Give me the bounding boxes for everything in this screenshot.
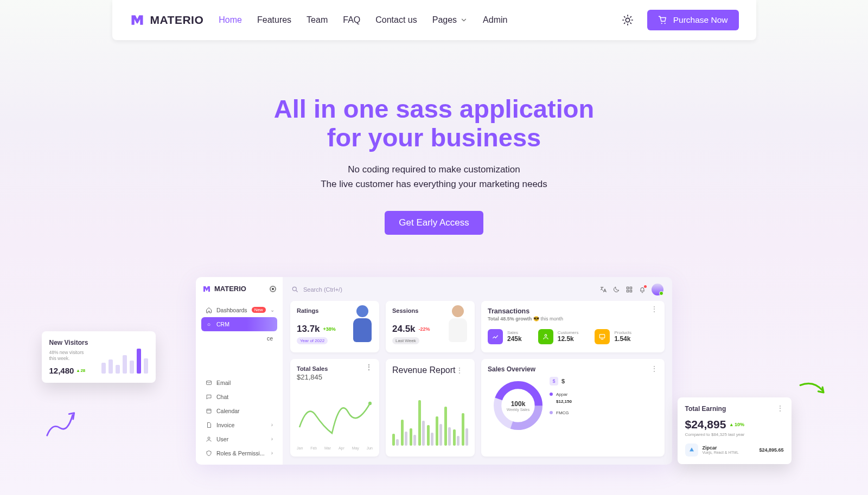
visitors-value: 12,480 [49, 366, 74, 375]
svg-point-14 [208, 437, 210, 439]
stat-customers-value: 12.5k [558, 335, 579, 343]
sidebar-email-label: Email [216, 380, 231, 386]
sessions-value: 24.5k [392, 324, 416, 335]
theme-toggle[interactable] [618, 10, 637, 30]
nav-links: Home Features Team FAQ Contact us Pages … [219, 15, 507, 25]
nav-admin[interactable]: Admin [483, 15, 507, 25]
nav-team[interactable]: Team [307, 15, 328, 25]
monitor-icon [595, 329, 610, 344]
chevron-down-icon: ⌄ [270, 307, 275, 313]
shield-icon [206, 450, 212, 457]
svg-point-24 [368, 402, 372, 406]
nav-faq[interactable]: FAQ [343, 15, 360, 25]
sidebar-ecommerce-label: ce [267, 335, 273, 342]
nav-features[interactable]: Features [257, 15, 291, 25]
language-icon[interactable] [599, 286, 607, 293]
sidebar-email[interactable]: Email [201, 376, 277, 390]
float-new-visitors: New Visitors 48% new visitorsthis week. … [42, 331, 156, 383]
svg-rect-11 [207, 381, 212, 384]
grid-icon[interactable] [626, 286, 633, 293]
bell-icon[interactable] [639, 286, 646, 293]
moon-icon[interactable] [612, 286, 620, 293]
transactions-sub3: this month [540, 316, 563, 322]
nav-pages-label: Pages [432, 15, 457, 25]
dashboard-preview: MATERIO Dashboards New ⌄ ○ C [112, 277, 756, 465]
card-revenue-report: Revenue Report⋮ [386, 359, 475, 457]
sidebar-calendar[interactable]: Calendar [201, 404, 277, 418]
ratings-value: 13.7k [297, 324, 320, 335]
menu-dots-icon[interactable]: ⋮ [456, 366, 463, 375]
sidebar-crm[interactable]: ○ CRM [201, 317, 277, 331]
menu-dots-icon[interactable]: ⋮ [776, 407, 784, 410]
user-icon [538, 329, 553, 344]
chat-icon [206, 394, 212, 400]
hero-sub-2: The live customer has everything your ma… [112, 177, 756, 191]
dot-icon: ○ [206, 321, 212, 327]
card-transactions: Transactions Total 48.5% growth 😎 this m… [481, 301, 665, 352]
user-icon [206, 436, 212, 442]
brand-logo[interactable]: MATERIO [130, 12, 204, 28]
svg-rect-18 [630, 287, 632, 289]
totalsales-value: $21,845 [297, 373, 373, 381]
earning-item-value: $24,895.65 [759, 447, 783, 453]
avatar-illustration [444, 305, 471, 350]
float-total-earning: Total Earning⋮ $24,895▴ 10% Compared to … [678, 397, 792, 464]
earning-sub: Compared to $84,325 last year [685, 432, 784, 437]
dollar-icon: $ [550, 377, 558, 385]
collapse-toggle-icon[interactable] [270, 286, 276, 292]
stat-sales-label: Sales [507, 330, 522, 335]
chevron-down-icon [460, 16, 468, 24]
hero-title-1: All in one sass application [274, 94, 594, 123]
earning-title: Total Earning [685, 405, 726, 413]
calendar-icon [206, 408, 212, 414]
sessions-change: -22% [419, 326, 430, 332]
arrow-doodle-icon [797, 380, 829, 401]
sidebar-ecommerce[interactable]: ce [201, 331, 277, 345]
avatar[interactable] [652, 284, 663, 295]
hero-title-2: for your business [327, 123, 541, 152]
card-sales-overview: Sales Overview⋮ 100kWeekly Sales $$ Appa… [481, 359, 665, 457]
ratings-change: +38% [323, 326, 336, 332]
totalsales-title: Total Sales [297, 365, 328, 372]
sidebar-roles[interactable]: Roles & Permissi... › [201, 446, 277, 460]
arrow-doodle-icon [44, 410, 80, 438]
sidebar-user-label: User [216, 436, 228, 442]
salesoverview-title: Sales Overview [488, 365, 535, 373]
nav-contact[interactable]: Contact us [375, 15, 417, 25]
nav-home[interactable]: Home [219, 15, 242, 25]
search-input[interactable]: Search (Ctrl+/) [291, 286, 342, 293]
logo-mark-icon [130, 12, 145, 28]
revenue-title: Revenue Report [392, 365, 456, 375]
sidebar-user[interactable]: User › [201, 432, 277, 446]
cart-icon [658, 15, 668, 25]
earning-up: ▴ 10% [730, 422, 744, 427]
stat-sales-value: 245k [507, 335, 522, 343]
purchase-button[interactable]: Purchase Now [647, 10, 739, 30]
file-icon [206, 422, 212, 428]
nav-pages[interactable]: Pages [432, 15, 468, 25]
totalsales-chart [297, 385, 373, 445]
search-icon [291, 286, 299, 293]
purchase-label: Purchase Now [673, 15, 728, 25]
earning-item-name: Zipcar [703, 445, 739, 451]
sidebar-chat[interactable]: Chat [201, 390, 277, 404]
hero-sub-1: No coding required to make customization [112, 163, 756, 177]
menu-dots-icon[interactable]: ⋮ [650, 367, 658, 371]
cta-button[interactable]: Get Early Access [385, 211, 483, 235]
svg-line-8 [630, 17, 631, 17]
menu-dots-icon[interactable]: ⋮ [650, 307, 658, 311]
brand-icon [685, 443, 698, 457]
avatar-illustration [349, 305, 376, 350]
sidebar-invoice[interactable]: Invoice › [201, 418, 277, 432]
visitors-title: New Visitors [49, 339, 148, 346]
so-extra: $ [561, 378, 565, 384]
hero-subtitle: No coding required to make customization… [112, 163, 756, 191]
menu-dots-icon[interactable]: ⋮ [365, 365, 373, 372]
earning-value: $24,895 [685, 418, 726, 431]
navbar: MATERIO Home Features Team FAQ Contact u… [112, 0, 756, 40]
ratings-tag: Year of 2022 [297, 337, 328, 344]
preview-logo[interactable]: MATERIO [202, 285, 246, 293]
sidebar-dashboards[interactable]: Dashboards New ⌄ [201, 303, 277, 317]
svg-line-6 [630, 23, 631, 23]
logo-mark-icon [202, 285, 211, 293]
